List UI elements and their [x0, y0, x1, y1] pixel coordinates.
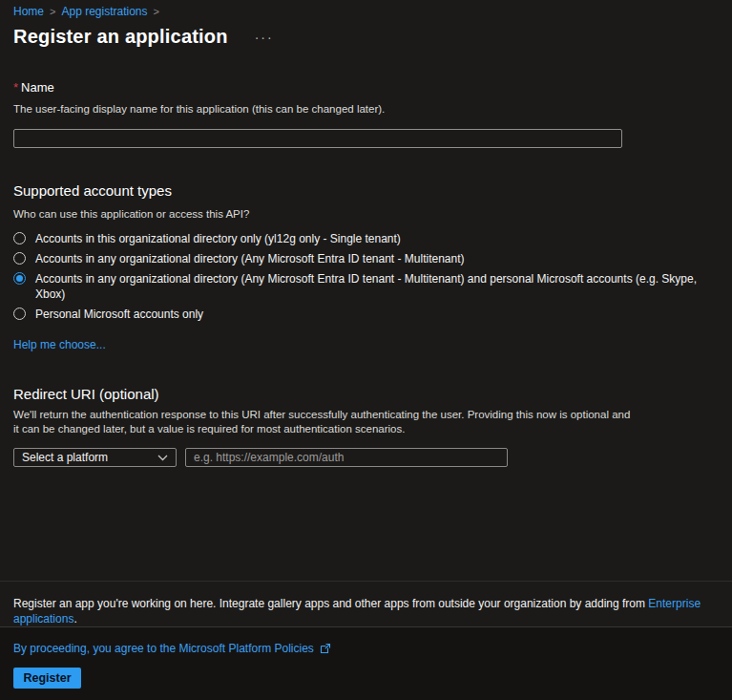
- external-link-icon: [320, 643, 331, 654]
- section-divider: [0, 581, 732, 582]
- info-text-period: .: [73, 612, 76, 626]
- breadcrumb-app-registrations[interactable]: App registrations: [61, 5, 147, 18]
- radio-personal-only[interactable]: Personal Microsoft accounts only: [13, 307, 719, 322]
- radio-label: Accounts in any organizational directory…: [35, 271, 715, 302]
- name-field-description: The user-facing display name for this ap…: [13, 102, 719, 117]
- enterprise-apps-info: Register an app you're working on here. …: [13, 596, 719, 626]
- platform-select[interactable]: Select a platform: [13, 448, 177, 467]
- register-button[interactable]: Register: [13, 668, 81, 689]
- supported-account-types-title: Supported account types: [13, 182, 719, 199]
- redirect-uri-description: We'll return the authentication response…: [13, 408, 632, 436]
- page-title: Register an application: [13, 26, 228, 48]
- title-row: Register an application ···: [13, 26, 719, 48]
- platform-select-value: Select a platform: [22, 451, 108, 464]
- policy-link-text: By proceeding, you agree to the Microsof…: [13, 642, 314, 655]
- redirect-uri-title: Redirect URI (optional): [13, 386, 719, 402]
- breadcrumb: Home > App registrations >: [13, 0, 719, 18]
- breadcrumb-separator-icon: >: [154, 6, 159, 17]
- register-application-blade: Home > App registrations > Register an a…: [0, 0, 732, 467]
- platform-policies-link[interactable]: By proceeding, you agree to the Microsof…: [13, 627, 719, 655]
- radio-icon: [13, 272, 26, 285]
- redirect-uri-controls: Select a platform: [13, 448, 719, 467]
- more-options-icon[interactable]: ···: [255, 30, 274, 45]
- footer-bar: By proceeding, you agree to the Microsof…: [0, 626, 732, 700]
- radio-icon: [13, 308, 26, 320]
- radio-label: Accounts in this organizational director…: [35, 231, 401, 246]
- name-input[interactable]: [13, 129, 622, 148]
- redirect-uri-input[interactable]: [185, 448, 508, 467]
- chevron-down-icon: [157, 455, 168, 461]
- breadcrumb-home[interactable]: Home: [13, 5, 44, 18]
- radio-multitenant-personal[interactable]: Accounts in any organizational directory…: [13, 271, 719, 302]
- radio-icon: [13, 232, 26, 244]
- account-types-radio-group: Accounts in this organizational director…: [13, 231, 719, 322]
- radio-label: Accounts in any organizational directory…: [35, 251, 465, 266]
- radio-single-tenant[interactable]: Accounts in this organizational director…: [13, 231, 719, 246]
- account-types-question: Who can use this application or access t…: [13, 208, 719, 220]
- required-marker: *: [13, 80, 18, 95]
- radio-label: Personal Microsoft accounts only: [35, 307, 203, 322]
- radio-multitenant[interactable]: Accounts in any organizational directory…: [13, 251, 719, 266]
- name-label-text: Name: [21, 80, 54, 95]
- help-me-choose-link[interactable]: Help me choose...: [13, 338, 106, 351]
- name-field-label: *Name: [13, 80, 719, 95]
- breadcrumb-separator-icon: >: [50, 6, 55, 17]
- info-text: Register an app you're working on here. …: [13, 597, 648, 610]
- radio-icon: [13, 252, 26, 265]
